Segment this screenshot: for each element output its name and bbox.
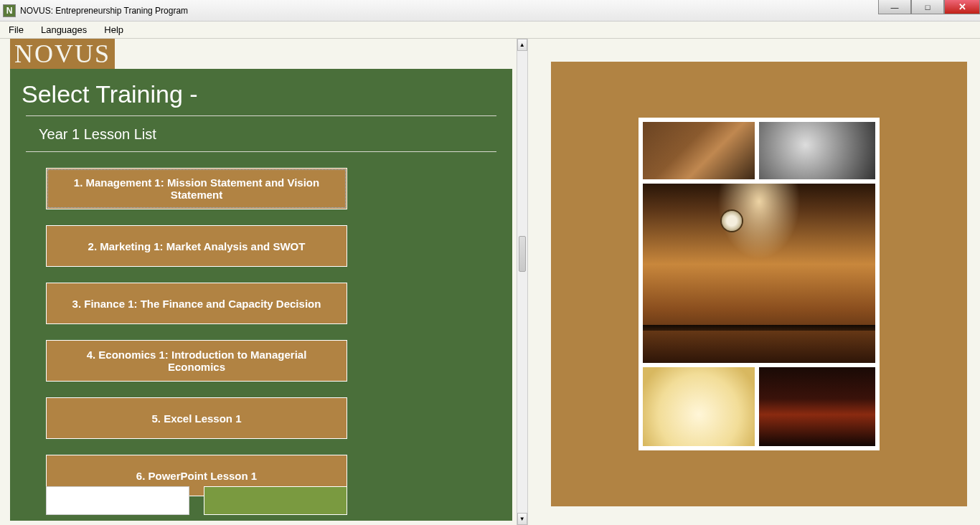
lesson-button-1[interactable]: 1. Management 1: Mission Statement and V…: [46, 168, 347, 209]
image-panel: [551, 62, 967, 506]
scroll-track[interactable]: [517, 51, 528, 513]
close-button[interactable]: ✕: [944, 0, 980, 14]
bottom-button-white[interactable]: [46, 486, 189, 515]
collage-image-5: [759, 367, 875, 446]
collage-image-3: [643, 184, 875, 363]
logo-strip: NOVUS: [10, 39, 115, 69]
right-pane: [528, 39, 980, 525]
section-subheading: Year 1 Lesson List: [10, 122, 512, 150]
lesson-button-2[interactable]: 2. Marketing 1: Market Analysis and SWOT: [46, 225, 347, 267]
window-titlebar: N NOVUS: Entrepreneurship Traning Progra…: [0, 0, 980, 22]
menu-help[interactable]: Help: [100, 23, 128, 37]
menu-languages[interactable]: Languages: [37, 23, 91, 37]
lesson-list: 1. Management 1: Mission Statement and V…: [10, 158, 512, 496]
vertical-scrollbar: ▲ ▼: [517, 39, 529, 525]
menu-bar: File Languages Help: [0, 22, 980, 39]
bottom-button-row: [46, 486, 347, 515]
app-icon: N: [3, 4, 16, 17]
image-collage: [639, 118, 880, 450]
lesson-button-5[interactable]: 5. Excel Lesson 1: [46, 397, 347, 439]
divider: [26, 115, 496, 116]
page-title: Select Training -: [10, 69, 512, 114]
content-area: NOVUS Select Training - Year 1 Lesson Li…: [0, 39, 980, 525]
minimize-button[interactable]: —: [878, 0, 911, 14]
menu-file[interactable]: File: [4, 23, 28, 37]
scroll-thumb[interactable]: [519, 236, 527, 272]
lesson-button-4[interactable]: 4. Economics 1: Introduction to Manageri…: [46, 340, 347, 382]
divider: [26, 151, 496, 152]
lesson-button-3[interactable]: 3. Finance 1: The Finance and Capacity D…: [46, 283, 347, 324]
left-pane: NOVUS Select Training - Year 1 Lesson Li…: [0, 39, 517, 525]
window-title: NOVUS: Entrepreneurship Traning Program: [20, 6, 188, 16]
scroll-down-button[interactable]: ▼: [517, 513, 528, 525]
collage-image-4: [643, 367, 755, 446]
collage-image-2: [759, 122, 875, 179]
bottom-button-green[interactable]: [204, 486, 347, 515]
collage-image-1: [643, 122, 755, 179]
window-controls: — □ ✕: [878, 0, 980, 14]
training-panel: Select Training - Year 1 Lesson List 1. …: [10, 69, 512, 521]
maximize-button[interactable]: □: [911, 0, 944, 14]
logo-text: NOVUS: [10, 39, 115, 68]
scroll-up-button[interactable]: ▲: [517, 39, 528, 51]
